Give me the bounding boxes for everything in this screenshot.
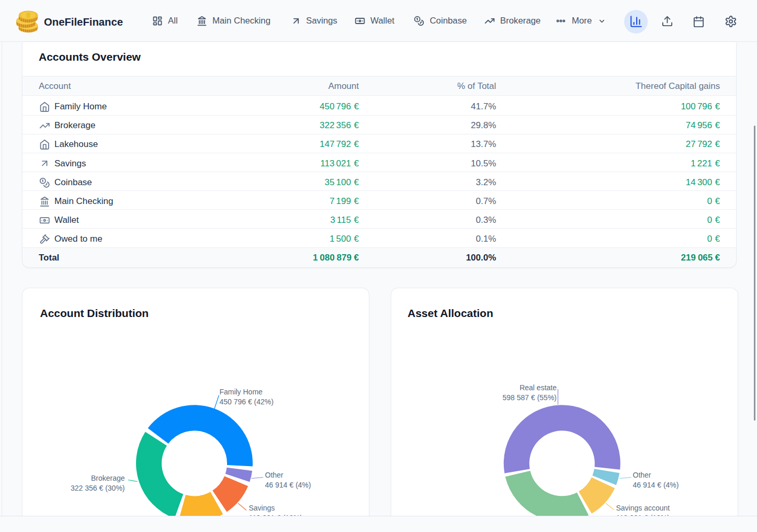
svg-text:Savings: Savings	[249, 504, 275, 512]
svg-text:46 914 € (4%): 46 914 € (4%)	[265, 481, 311, 489]
svg-text:Family Home: Family Home	[219, 388, 263, 396]
svg-text:450 796 € (42%): 450 796 € (42%)	[219, 398, 274, 406]
svg-text:Savings account: Savings account	[616, 504, 670, 512]
svg-text:46 914 € (4%): 46 914 € (4%)	[633, 481, 679, 489]
svg-text:322 356 € (30%): 322 356 € (30%)	[71, 484, 125, 492]
svg-text:Real estate: Real estate	[519, 383, 557, 392]
svg-text:598 587 € (55%): 598 587 € (55%)	[502, 393, 557, 402]
svg-text:Other: Other	[265, 471, 284, 479]
svg-text:Other: Other	[633, 471, 651, 479]
svg-text:Brokerage: Brokerage	[91, 474, 125, 482]
